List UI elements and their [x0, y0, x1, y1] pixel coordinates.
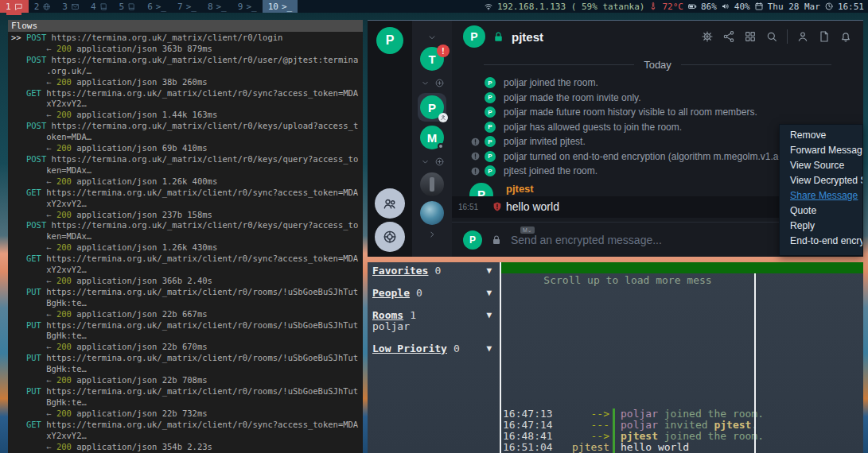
- flow-line[interactable]: GET https://termina.org.uk/_matrix/clien…: [11, 420, 363, 431]
- flow-line[interactable]: BgHk:te…: [11, 364, 363, 375]
- room-list-item[interactable]: T!: [420, 47, 444, 71]
- line-prefix: -->: [552, 431, 609, 442]
- flow-line[interactable]: xY2xvY2…: [11, 199, 363, 210]
- add-room-icon[interactable]: [434, 157, 445, 167]
- flow-line[interactable]: >> POST https://termina.org.uk/_matrix/c…: [11, 33, 363, 44]
- community-icon[interactable]: [744, 30, 757, 43]
- menu-item-reply[interactable]: Reply: [780, 219, 862, 234]
- room-avatar[interactable]: P: [463, 25, 485, 48]
- section-count: 0: [416, 287, 422, 299]
- notifications-icon[interactable]: [839, 30, 852, 43]
- flow-line[interactable]: GET https://termina.org.uk/_matrix/clien…: [11, 188, 363, 199]
- menu-item-remove[interactable]: Remove: [780, 128, 862, 143]
- room-list-item[interactable]: [420, 172, 444, 196]
- info-icon: [470, 151, 481, 161]
- flow-line[interactable]: ← 200 application/json 22b 670ms: [11, 342, 363, 353]
- flow-line[interactable]: PUT https://termina.org.uk/_matrix/clien…: [11, 287, 363, 298]
- collapse-arrow-icon[interactable]: ▼: [486, 288, 492, 299]
- flow-line[interactable]: ← 200 application/json 22b 667ms: [11, 309, 363, 320]
- system-message-text: poljar made the room invite only.: [504, 92, 641, 103]
- flow-line[interactable]: ← 200 application/json 363b 879ms: [11, 44, 363, 55]
- flow-line[interactable]: ken=MDAx…: [11, 165, 363, 176]
- buffer-section-people[interactable]: People0▼: [368, 288, 500, 299]
- flow-line[interactable]: PUT https://termina.org.uk/_matrix/clien…: [11, 320, 363, 331]
- workspace-button-10[interactable]: 10>_: [263, 0, 298, 13]
- collapse-arrow-icon[interactable]: ▼: [486, 265, 492, 277]
- chevron-right-icon[interactable]: [426, 229, 438, 240]
- flow-line[interactable]: BgHk:te…: [11, 331, 363, 342]
- message-timestamp: 16:51: [458, 203, 478, 211]
- workspace-button-5[interactable]: 5: [114, 0, 142, 13]
- files-icon[interactable]: [818, 30, 831, 43]
- flow-line[interactable]: ← 200 application/json 22b 732ms: [11, 408, 363, 420]
- workspace-button-6[interactable]: 6>_: [142, 0, 172, 13]
- flow-line[interactable]: POST https://termina.org.uk/_matrix/clie…: [11, 121, 363, 132]
- line-prefix: ---: [552, 420, 609, 431]
- flow-line[interactable]: ← 200 application/json 1.26k 400ms: [11, 176, 363, 188]
- workspace-button-9[interactable]: 9>_: [232, 0, 263, 13]
- flow-line[interactable]: BgHk:te…: [11, 298, 363, 309]
- info-icon: [470, 137, 481, 147]
- collapse-arrow-icon[interactable]: ▼: [486, 343, 492, 354]
- flow-line[interactable]: ← 200 application/json 1.44k 163ms: [11, 110, 363, 121]
- explore-button[interactable]: [375, 222, 405, 252]
- flow-line[interactable]: GET https://termina.org.uk/_matrix/clien…: [11, 88, 363, 99]
- flow-line[interactable]: .org.uk/…: [11, 66, 363, 77]
- system-message: Ppoljar joined the room.: [452, 76, 863, 91]
- message-input[interactable]: Send an encrypted message...: [511, 234, 823, 246]
- settings-icon[interactable]: [701, 30, 714, 43]
- menu-item-forward-message[interactable]: Forward Message: [780, 143, 862, 158]
- flow-line[interactable]: ← 200 application/json 69b 410ms: [11, 143, 363, 154]
- buffer-item-poljar[interactable]: poljar: [368, 321, 500, 332]
- add-room-icon[interactable]: [434, 78, 445, 88]
- room-list-item[interactable]: M: [420, 126, 444, 149]
- line-message: hello world: [613, 442, 689, 453]
- room-list-item[interactable]: [420, 201, 444, 225]
- menu-item-quote[interactable]: Quote: [780, 203, 862, 219]
- markdown-badge[interactable]: M⌄: [520, 226, 535, 234]
- room-list-item[interactable]: P: [418, 93, 446, 122]
- collapse-arrow-icon[interactable]: ▼: [486, 310, 492, 321]
- flow-line[interactable]: ← 200 application/json 366b 2.40s: [11, 276, 363, 287]
- menu-item-end-to-end-encry[interactable]: End-to-end encry: [780, 234, 862, 249]
- people-button[interactable]: [375, 188, 405, 219]
- buffer-section-rooms[interactable]: Rooms1▼: [368, 310, 500, 321]
- members-icon[interactable]: [796, 30, 809, 43]
- workspace-button-7[interactable]: 7>_: [172, 0, 202, 13]
- buffer-section-favorites[interactable]: Favorites0▼: [368, 265, 500, 277]
- message-context-menu: RemoveForward MessageView SourceView Dec…: [779, 124, 863, 256]
- flow-line[interactable]: BgHk:te…: [11, 397, 363, 408]
- search-icon[interactable]: [765, 30, 778, 43]
- flow-line[interactable]: PUT https://termina.org.uk/_matrix/clien…: [11, 353, 363, 364]
- flow-line[interactable]: oken=MDA…: [11, 132, 363, 143]
- flow-line[interactable]: ken=MDAx…: [11, 231, 363, 242]
- user-avatar[interactable]: P: [376, 27, 403, 54]
- flow-line[interactable]: ← 200 application/json 22b 708ms: [11, 375, 363, 386]
- flow-line[interactable]: xY2xvY2…: [11, 99, 363, 110]
- flow-line[interactable]: ← 200 application/json 38b 260ms: [11, 77, 363, 88]
- workspace-button-1[interactable]: 1: [0, 0, 29, 13]
- workspace-button-3[interactable]: 3: [56, 0, 85, 13]
- flow-line[interactable]: POST https://termina.org.uk/_matrix/clie…: [11, 220, 363, 231]
- flow-line[interactable]: ← 200 application/json 1.26k 430ms: [11, 242, 363, 254]
- chevron-down-icon[interactable]: [420, 78, 430, 88]
- flow-line[interactable]: GET https://termina.org.uk/_matrix/clien…: [11, 254, 363, 265]
- flow-line[interactable]: ← 200 application/json 237b 158ms: [11, 210, 363, 221]
- buffer-section-low-priority[interactable]: Low Priority0▼: [368, 343, 500, 354]
- workspace-button-2[interactable]: 2: [29, 0, 57, 13]
- chevron-down-icon[interactable]: [420, 157, 430, 167]
- flow-line[interactable]: ← 200 application/json 354b 2.23s: [11, 442, 363, 453]
- chevron-down-icon[interactable]: [426, 32, 438, 43]
- menu-item-view-decrypted-s[interactable]: View Decrypted S: [780, 173, 862, 188]
- flow-line[interactable]: PUT https://termina.org.uk/_matrix/clien…: [11, 386, 363, 397]
- menu-item-view-source[interactable]: View Source: [780, 158, 862, 173]
- workspace-button-4[interactable]: 4: [85, 0, 114, 13]
- flow-line[interactable]: xY2xvY2…: [11, 265, 363, 276]
- share-icon[interactable]: [722, 30, 735, 43]
- system-tray: 192.168.1.133 ( 59% tatanka)72°C86%40%Th…: [484, 2, 868, 12]
- flow-line[interactable]: POST https://termina.org.uk/_matrix/clie…: [11, 55, 363, 66]
- flow-line[interactable]: POST https://termina.org.uk/_matrix/clie…: [11, 154, 363, 165]
- menu-item-share-message[interactable]: Share Message: [780, 188, 862, 203]
- flow-line[interactable]: xY2xvY2…: [11, 431, 363, 442]
- workspace-button-8[interactable]: 8>_: [202, 0, 232, 13]
